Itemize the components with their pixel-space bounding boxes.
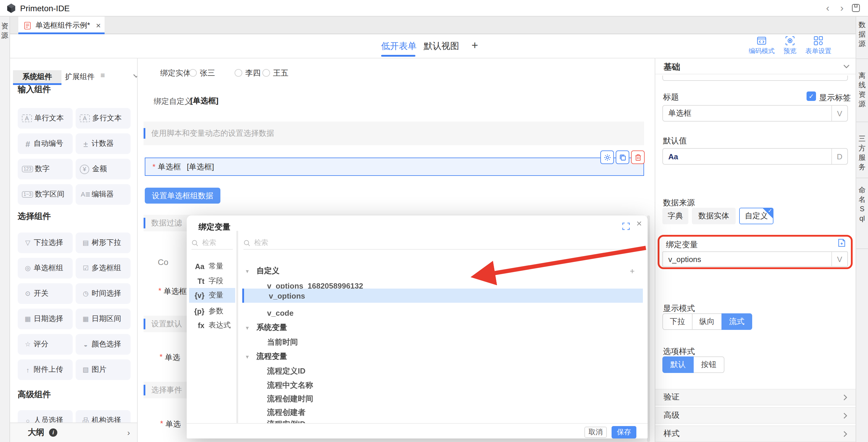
modal-panel-divider[interactable] (236, 231, 238, 423)
document-tab[interactable]: 单选框组件示例* × (18, 16, 104, 34)
set-radio-data-button[interactable]: 设置单选框组数据 (145, 188, 220, 204)
right-rail-tab-namedsql[interactable]: 命名Sql (856, 178, 868, 249)
component-chip-auto-number[interactable]: #自动编号 (18, 133, 73, 154)
type-item-field[interactable]: Tt字段 (189, 274, 235, 288)
radio-wangwu[interactable] (262, 69, 270, 77)
tree-group-system-variables[interactable]: ▾ 系统变量 (242, 320, 643, 335)
display-mode-dropdown[interactable]: 下拉 (662, 313, 692, 330)
component-chip-multi-line-text[interactable]: A多行文本 (75, 108, 131, 129)
default-input-suffix[interactable]: D (831, 149, 847, 164)
outline-bar[interactable]: 大纲 i › (10, 422, 137, 442)
tree-item[interactable]: 流程中文名称 (242, 378, 643, 393)
right-rail-tab-datasource[interactable]: 数据源 (856, 16, 868, 59)
type-item-parameter[interactable]: {p}参数 (189, 304, 235, 319)
radio-zhangsan[interactable] (189, 69, 197, 77)
component-chip-rating[interactable]: ☆评分 (18, 334, 73, 355)
display-mode-flow-selected[interactable]: 流式 (721, 313, 752, 330)
tree-group-custom[interactable]: ▾ 自定义 + (242, 264, 643, 278)
radio-label[interactable]: 王五 (273, 68, 288, 78)
component-chip-counter[interactable]: ±计数器 (75, 133, 131, 154)
radio-label[interactable]: 张三 (200, 68, 215, 78)
component-chip-number[interactable]: 123数字 (18, 159, 73, 179)
tree-search-input[interactable]: 检索 (243, 237, 641, 250)
radio-lisi[interactable] (235, 69, 242, 77)
option-style-button[interactable]: 按钮 (693, 356, 724, 373)
tree-item[interactable]: v_code (242, 306, 643, 320)
add-variable-file-icon[interactable] (837, 238, 846, 247)
fullscreen-icon[interactable] (622, 223, 630, 230)
component-chip-attachment-upload[interactable]: ↑附件上传 (18, 360, 73, 380)
caret-down-icon[interactable]: ▾ (246, 353, 253, 360)
form-settings-button[interactable]: 表单设置 (805, 36, 831, 56)
component-menu-icon[interactable]: ≡ (100, 71, 105, 80)
component-chip-color-picker[interactable]: ◒颜色选择 (75, 334, 131, 355)
tree-item[interactable]: 流程定义ID (242, 364, 643, 378)
title-input-suffix[interactable]: V (831, 106, 847, 121)
sidebar-tab-system-components[interactable]: 系统组件 (13, 70, 61, 83)
sidebar-tab-extended-components[interactable]: 扩展组件 (65, 72, 95, 82)
component-chip-date-range[interactable]: ▦日期区间 (75, 309, 131, 329)
preview-button[interactable]: 预览 (783, 36, 797, 56)
tree-group-process-variables[interactable]: ▾ 流程变量 (242, 349, 643, 364)
close-tab-icon[interactable]: × (96, 21, 101, 30)
sidebar-collapse-icon[interactable] (133, 74, 138, 78)
component-chip-dropdown[interactable]: ▽下拉选择 (18, 233, 73, 253)
group-row-advanced[interactable]: 高级 (655, 407, 856, 424)
view-tab-default-view[interactable]: 默认视图 (424, 41, 459, 52)
field-copy-button[interactable] (616, 150, 629, 164)
field-delete-button[interactable] (631, 150, 645, 164)
selected-radio-field[interactable]: * 单选框 [单选框] (145, 158, 644, 176)
show-label-checkbox[interactable]: ✓ (807, 92, 816, 101)
component-chip-radio-group[interactable]: ◎单选框组 (18, 258, 73, 278)
save-icon[interactable] (851, 4, 860, 12)
add-view-button[interactable]: + (471, 39, 478, 52)
component-chip-checkbox-group[interactable]: ☑多选框组 (75, 258, 131, 278)
option-style-default-selected[interactable]: 默认 (662, 356, 694, 373)
nav-back-icon[interactable]: ‹ (826, 3, 829, 13)
datasource-option-dictionary[interactable]: 字典 (662, 208, 688, 224)
bind-variable-input[interactable]: v_options V (662, 251, 848, 267)
right-rail-tab-offline[interactable]: 离线资源 (856, 59, 868, 122)
datasource-option-entity[interactable]: 数据实体 (692, 208, 736, 224)
component-chip-date-picker[interactable]: ▦日期选择 (18, 309, 73, 329)
component-chip-tree-dropdown[interactable]: ▤树形下拉 (75, 233, 131, 253)
datasource-option-custom-selected[interactable]: 自定义 ✓ (739, 208, 773, 224)
component-chip-switch[interactable]: ⊙开关 (18, 283, 73, 304)
add-variable-icon[interactable]: + (630, 266, 634, 276)
nav-forward-icon[interactable]: › (840, 3, 843, 13)
title-input[interactable]: 单选框 V (662, 105, 848, 122)
display-mode-vertical[interactable]: 纵向 (692, 313, 722, 330)
group-row-validation[interactable]: 验证 (655, 389, 856, 405)
default-value-input[interactable]: Aa D (662, 148, 848, 165)
component-chip-single-line-text[interactable]: A单行文本 (18, 108, 73, 129)
collapse-chevron-icon[interactable] (843, 64, 850, 68)
component-chip-time-picker[interactable]: ◷时间选择 (75, 283, 131, 304)
code-mode-button[interactable]: 编码模式 (749, 36, 775, 56)
left-rail-tab-resources[interactable]: 资源 (0, 16, 9, 58)
bind-variable-suffix[interactable]: V (831, 252, 847, 266)
save-button[interactable]: 保存 (612, 426, 637, 438)
caret-down-icon[interactable]: ▾ (246, 268, 253, 274)
type-item-variable-selected[interactable]: {v}变量 (189, 288, 235, 303)
radio-label[interactable]: 李四 (245, 68, 260, 78)
caret-down-icon[interactable]: ▾ (246, 324, 253, 331)
type-item-expression[interactable]: fx表达式 (189, 318, 235, 333)
component-chip-amount[interactable]: ¥金额 (75, 159, 131, 179)
group-row-style[interactable]: 样式 (655, 426, 856, 442)
tree-item[interactable]: 流程创建时间 (242, 392, 643, 406)
type-item-constant[interactable]: Aa常量 (189, 259, 235, 274)
outline-expand-icon[interactable]: › (127, 428, 130, 437)
basic-group-header[interactable]: 基础 (655, 59, 856, 74)
cancel-button[interactable]: 取消 (584, 427, 607, 438)
component-chip-editor[interactable]: A≣编辑器 (75, 184, 131, 205)
component-chip-number-range[interactable]: 1~3数字区间 (18, 184, 73, 205)
view-tab-lowcode-form[interactable]: 低开表单 (381, 41, 416, 52)
field-settings-button[interactable] (600, 150, 614, 164)
tree-item-v-options-selected[interactable]: v_options (242, 288, 643, 303)
right-rail-tab-thirdparty[interactable]: 三方服务 (856, 122, 868, 178)
close-modal-icon[interactable]: × (637, 218, 642, 229)
component-chip-image[interactable]: ▧图片 (75, 360, 131, 380)
tree-item[interactable]: 流程实例ID (242, 417, 643, 423)
tree-item[interactable]: 当前时间 (242, 335, 643, 349)
type-search-input[interactable]: 检索 (191, 237, 233, 250)
